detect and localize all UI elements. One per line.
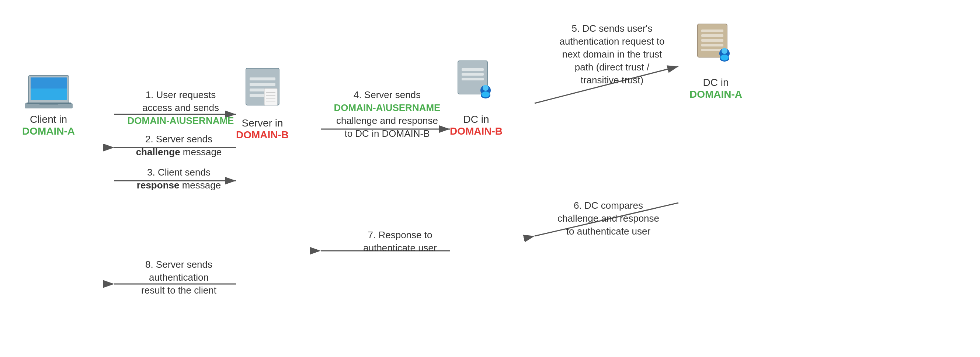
dc-b-label: DC in: [463, 113, 489, 125]
laptop-icon: [25, 74, 73, 111]
dc-a-domain: DOMAIN-A: [689, 89, 742, 100]
svg-rect-32: [461, 78, 484, 80]
svg-point-34: [483, 85, 488, 91]
dc-b-actor: DC in DOMAIN-B: [450, 59, 503, 137]
svg-rect-21: [250, 83, 275, 86]
svg-rect-41: [701, 44, 723, 46]
svg-rect-30: [461, 68, 484, 71]
svg-point-44: [722, 48, 727, 54]
dc-a-icon: [694, 22, 738, 74]
svg-point-36: [482, 91, 490, 97]
svg-rect-24: [264, 89, 277, 105]
client-domain: DOMAIN-A: [22, 125, 75, 137]
msg3: 3. Client sendsresponse message: [122, 166, 236, 192]
svg-rect-20: [250, 77, 275, 80]
server-actor: Server in DOMAIN-B: [236, 66, 289, 141]
msg6: 6. DC compareschallenge and responseto a…: [531, 199, 686, 238]
msg7: 7. Response toauthenticate user: [343, 229, 457, 255]
msg8: 8. Server sendsauthenticationresult to t…: [122, 258, 236, 297]
dc-a-label: DC in: [703, 77, 729, 89]
svg-rect-39: [701, 34, 723, 37]
msg4: 4. Server sendsDOMAIN-A\USERNAMEchalleng…: [321, 89, 453, 140]
client-label: Client in: [30, 113, 67, 125]
svg-rect-14: [30, 77, 67, 89]
msg5: 5. DC sends user'sauthentication request…: [531, 22, 693, 87]
server-domain: DOMAIN-B: [236, 129, 289, 141]
svg-rect-18: [27, 102, 71, 104]
diagram: Client in DOMAIN-A Server in DOMAIN-B: [0, 0, 980, 357]
svg-rect-40: [701, 39, 723, 41]
server-label: Server in: [242, 117, 283, 129]
client-actor: Client in DOMAIN-A: [22, 74, 75, 137]
svg-rect-15: [30, 89, 67, 100]
dc-a-actor: DC in DOMAIN-A: [689, 22, 742, 100]
dc-b-icon: [454, 59, 498, 111]
svg-rect-31: [461, 73, 484, 76]
msg1: 1. User requestsaccess and sendsDOMAIN-A…: [122, 89, 240, 127]
svg-rect-38: [701, 30, 723, 32]
msg2: 2. Server sendschallenge message: [122, 133, 236, 159]
svg-point-46: [721, 54, 729, 61]
dc-b-domain: DOMAIN-B: [450, 125, 503, 137]
server-icon: [242, 66, 283, 114]
